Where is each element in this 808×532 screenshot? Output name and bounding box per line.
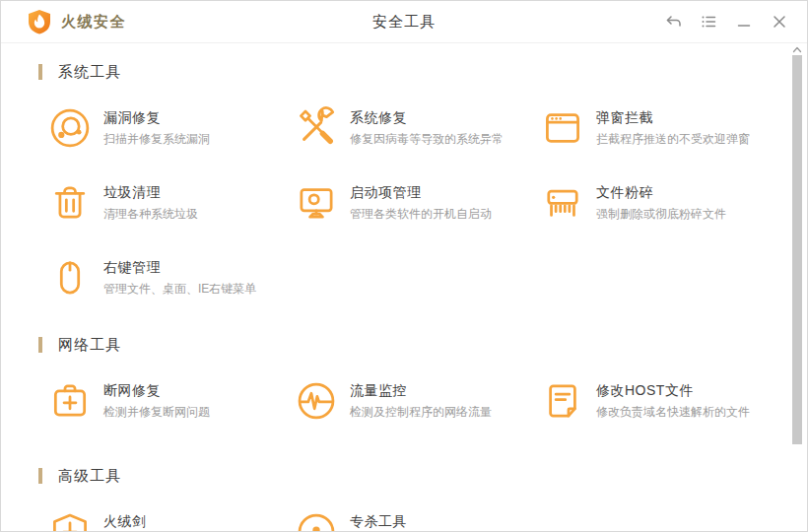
menu-icon	[700, 13, 717, 31]
startup-manager-icon	[295, 181, 338, 225]
section-bar	[38, 468, 42, 484]
tool-title: 右键管理	[103, 259, 256, 275]
section-name: 网络工具	[58, 335, 121, 355]
tool-desc: 修改负责域名快速解析的文件	[596, 405, 750, 419]
vulnerability-fix-icon	[48, 106, 92, 150]
section-header-system-tools: 系统工具	[38, 62, 807, 82]
app-logo: 火绒安全	[27, 9, 126, 34]
section-name: 高级工具	[58, 466, 121, 486]
menu-button[interactable]	[697, 10, 720, 33]
tool-item-file-shredder[interactable]: 文件粉碎 强制删除或彻底粉碎文件	[541, 181, 787, 227]
tool-desc: 管理文件、桌面、IE右键菜单	[103, 282, 256, 296]
system-repair-icon	[295, 106, 338, 150]
section-header-advanced-tools: 高级工具	[38, 466, 807, 486]
tool-desc: 拦截程序推送的不受欢迎弹窗	[596, 132, 750, 146]
host-file-icon	[541, 379, 584, 423]
tool-desc: 强制删除或彻底粉碎文件	[596, 207, 726, 221]
right-click-manager-icon	[48, 256, 92, 299]
huorong-sword-icon	[48, 510, 92, 532]
file-shredder-icon	[541, 181, 584, 225]
tool-desc: 扫描并修复系统漏洞	[103, 132, 210, 146]
tool-item-system-repair[interactable]: 系统修复 修复因病毒等导致的系统异常	[295, 106, 541, 152]
window-controls	[661, 1, 791, 42]
app-name: 火绒安全	[61, 13, 126, 32]
tool-title: 流量监控	[350, 382, 492, 398]
tool-title: 专杀工具	[350, 513, 407, 529]
shield-flame-logo-icon	[27, 9, 52, 34]
tool-desc: 检测及控制程序的网络流量	[350, 405, 492, 419]
tool-title: 启动项管理	[350, 184, 492, 200]
tool-item-right-click-manager[interactable]: 右键管理 管理文件、桌面、IE右键菜单	[48, 256, 295, 301]
back-icon	[664, 13, 682, 31]
section-bar	[38, 64, 42, 80]
minimize-button[interactable]	[732, 10, 756, 33]
network-tools-grid: 断网修复 检测并修复断网问题 流量监控 检测及控制程序的网络流量 修改HOST文…	[38, 379, 807, 425]
tool-desc: 检测并修复断网问题	[103, 405, 210, 419]
advanced-tools-grid: 火绒剑 专杀工具	[38, 510, 807, 532]
section-name: 系统工具	[58, 62, 121, 82]
tool-item-traffic-monitor[interactable]: 流量监控 检测及控制程序的网络流量	[295, 379, 541, 425]
tool-desc: 修复因病毒等导致的系统异常	[350, 132, 504, 146]
system-tools-grid: 漏洞修复 扫描并修复系统漏洞 系统修复 修复因病毒等导致的系统异常	[38, 106, 807, 301]
tool-item-popup-blocker[interactable]: 弹窗拦截 拦截程序推送的不受欢迎弹窗	[541, 106, 787, 152]
tool-title: 弹窗拦截	[596, 109, 750, 125]
tool-item-junk-clean[interactable]: 垃圾清理 清理各种系统垃圾	[48, 181, 295, 227]
tool-title: 漏洞修复	[103, 109, 210, 125]
tool-title: 修改HOST文件	[596, 382, 750, 398]
tool-title: 系统修复	[350, 109, 504, 125]
tool-desc: 管理各类软件的开机自启动	[350, 207, 492, 221]
tool-item-host-file[interactable]: 修改HOST文件 修改负责域名快速解析的文件	[541, 379, 787, 425]
tool-title: 火绒剑	[103, 513, 147, 529]
tool-title: 垃圾清理	[103, 184, 198, 200]
titlebar: 火绒安全 安全工具	[1, 1, 807, 43]
tool-title: 文件粉碎	[596, 184, 726, 200]
minimize-icon	[735, 13, 753, 31]
scroll-up-arrow-icon[interactable]	[792, 45, 802, 54]
close-button[interactable]	[768, 10, 791, 33]
traffic-monitor-icon	[295, 379, 338, 423]
tool-item-special-kill[interactable]: 专杀工具	[295, 510, 541, 532]
tools-page: 系统工具 漏洞修复 扫描并修复系统漏洞 系统修	[1, 62, 807, 532]
popup-blocker-icon	[541, 106, 584, 150]
section-header-network-tools: 网络工具	[38, 335, 807, 355]
tool-title: 断网修复	[103, 382, 210, 398]
section-bar	[38, 337, 42, 353]
special-kill-icon	[295, 510, 338, 532]
tool-item-network-repair[interactable]: 断网修复 检测并修复断网问题	[48, 379, 295, 425]
back-button[interactable]	[661, 10, 685, 33]
tool-item-startup-manager[interactable]: 启动项管理 管理各类软件的开机自启动	[295, 181, 541, 227]
tool-item-huorong-sword[interactable]: 火绒剑	[48, 510, 295, 532]
network-repair-icon	[48, 379, 92, 423]
scrollbar[interactable]	[792, 43, 802, 531]
tool-item-vulnerability-fix[interactable]: 漏洞修复 扫描并修复系统漏洞	[48, 106, 295, 152]
junk-clean-icon	[48, 181, 92, 225]
scrollbar-thumb[interactable]	[792, 55, 802, 444]
tool-desc: 清理各种系统垃圾	[103, 207, 198, 221]
close-icon	[771, 13, 788, 31]
